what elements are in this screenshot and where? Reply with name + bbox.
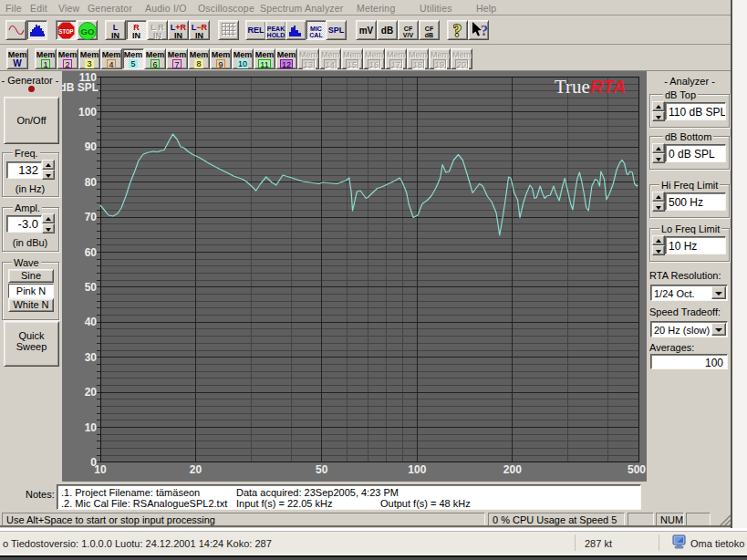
svg-text:100: 100 (78, 106, 97, 119)
svg-text:RTA: RTA (590, 77, 626, 97)
svg-text:True: True (555, 76, 590, 98)
svg-text:30: 30 (85, 351, 98, 364)
svg-text:GO: GO (80, 26, 94, 36)
svg-text:10: 10 (85, 421, 98, 434)
svg-text:20: 20 (85, 386, 98, 399)
svg-text:20: 20 (190, 463, 202, 476)
svg-text:?: ? (481, 23, 488, 38)
svg-text:100: 100 (408, 463, 426, 476)
svg-text:?: ? (453, 22, 462, 40)
svg-text:dB SPL: dB SPL (62, 81, 99, 94)
svg-text:500: 500 (628, 463, 646, 476)
svg-text:STOP: STOP (59, 28, 74, 35)
svg-text:80: 80 (85, 176, 98, 189)
svg-text:50: 50 (316, 463, 328, 476)
svg-text:60: 60 (85, 246, 98, 259)
svg-text:90: 90 (85, 140, 98, 153)
svg-text:50: 50 (85, 281, 98, 294)
svg-text:70: 70 (85, 211, 98, 223)
svg-text:40: 40 (85, 316, 98, 328)
svg-text:200: 200 (503, 463, 522, 476)
svg-text:10: 10 (94, 463, 107, 476)
